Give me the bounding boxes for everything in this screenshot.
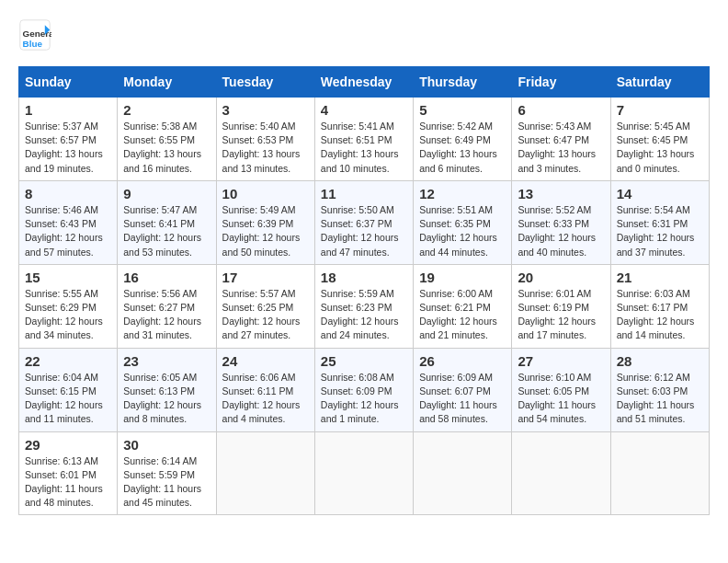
calendar-cell: 9Sunrise: 5:47 AMSunset: 6:41 PMDaylight… bbox=[118, 180, 216, 264]
day-info: Sunrise: 6:06 AMSunset: 6:11 PMDaylight:… bbox=[222, 371, 309, 427]
daylight-hours: Daylight: 12 hours and 14 minutes. bbox=[617, 315, 703, 342]
calendar-week-row: 29Sunrise: 6:13 AMSunset: 6:01 PMDayligh… bbox=[19, 431, 710, 515]
sunset-info: Sunset: 6:23 PM bbox=[321, 301, 407, 315]
calendar-cell: 20Sunrise: 6:01 AMSunset: 6:19 PMDayligh… bbox=[512, 264, 610, 348]
calendar-cell: 28Sunrise: 6:12 AMSunset: 6:03 PMDayligh… bbox=[610, 348, 709, 431]
sunset-info: Sunset: 6:57 PM bbox=[25, 133, 111, 147]
day-number: 14 bbox=[617, 186, 703, 201]
daylight-hours: Daylight: 12 hours and 11 minutes. bbox=[25, 398, 111, 426]
calendar-cell bbox=[610, 431, 709, 515]
sunrise-info: Sunrise: 5:59 AM bbox=[321, 287, 407, 301]
daylight-hours: Daylight: 11 hours and 54 minutes. bbox=[518, 398, 604, 426]
daylight-hours: Daylight: 12 hours and 1 minute. bbox=[321, 398, 407, 426]
calendar-cell: 4Sunrise: 5:41 AMSunset: 6:51 PMDaylight… bbox=[314, 98, 413, 181]
day-of-week-header: Thursday bbox=[414, 67, 512, 98]
day-info: Sunrise: 5:43 AMSunset: 6:47 PMDaylight:… bbox=[518, 120, 604, 176]
sunset-info: Sunset: 6:19 PM bbox=[518, 301, 604, 315]
day-info: Sunrise: 5:49 AMSunset: 6:39 PMDaylight:… bbox=[222, 203, 309, 259]
sunset-info: Sunset: 6:29 PM bbox=[25, 301, 111, 315]
day-info: Sunrise: 5:57 AMSunset: 6:25 PMDaylight:… bbox=[222, 287, 309, 343]
calendar-cell: 1Sunrise: 5:37 AMSunset: 6:57 PMDaylight… bbox=[19, 98, 118, 181]
sunrise-info: Sunrise: 5:42 AM bbox=[419, 120, 506, 133]
daylight-hours: Daylight: 12 hours and 37 minutes. bbox=[617, 231, 703, 259]
daylight-hours: Daylight: 13 hours and 16 minutes. bbox=[123, 147, 210, 175]
logo-icon: General Blue bbox=[18, 18, 51, 52]
day-number: 29 bbox=[25, 437, 111, 453]
sunrise-info: Sunrise: 5:56 AM bbox=[123, 287, 210, 301]
sunrise-info: Sunrise: 5:45 AM bbox=[617, 120, 703, 133]
sunset-info: Sunset: 6:21 PM bbox=[419, 301, 506, 315]
sunset-info: Sunset: 6:55 PM bbox=[123, 133, 210, 147]
daylight-hours: Daylight: 12 hours and 27 minutes. bbox=[222, 315, 309, 342]
calendar-week-row: 8Sunrise: 5:46 AMSunset: 6:43 PMDaylight… bbox=[19, 180, 710, 264]
sunrise-info: Sunrise: 5:37 AM bbox=[25, 120, 111, 133]
day-number: 6 bbox=[518, 102, 604, 118]
sunset-info: Sunset: 6:27 PM bbox=[123, 301, 210, 315]
day-info: Sunrise: 5:40 AMSunset: 6:53 PMDaylight:… bbox=[222, 120, 309, 176]
sunset-info: Sunset: 6:35 PM bbox=[419, 217, 506, 231]
calendar-cell: 22Sunrise: 6:04 AMSunset: 6:15 PMDayligh… bbox=[19, 348, 118, 431]
day-info: Sunrise: 5:37 AMSunset: 6:57 PMDaylight:… bbox=[25, 120, 111, 176]
day-number: 23 bbox=[123, 353, 210, 369]
day-number: 21 bbox=[617, 270, 703, 285]
sunrise-info: Sunrise: 6:14 AM bbox=[123, 454, 210, 468]
day-of-week-header: Saturday bbox=[610, 67, 709, 98]
daylight-hours: Daylight: 12 hours and 40 minutes. bbox=[518, 231, 604, 259]
calendar-cell: 24Sunrise: 6:06 AMSunset: 6:11 PMDayligh… bbox=[216, 348, 314, 431]
sunset-info: Sunset: 6:09 PM bbox=[321, 385, 407, 398]
day-number: 19 bbox=[419, 270, 506, 285]
calendar-week-row: 1Sunrise: 5:37 AMSunset: 6:57 PMDaylight… bbox=[19, 98, 710, 181]
calendar-cell: 12Sunrise: 5:51 AMSunset: 6:35 PMDayligh… bbox=[414, 180, 512, 264]
day-number: 13 bbox=[518, 186, 604, 201]
daylight-hours: Daylight: 12 hours and 57 minutes. bbox=[25, 231, 111, 259]
day-number: 25 bbox=[321, 353, 407, 369]
day-info: Sunrise: 5:47 AMSunset: 6:41 PMDaylight:… bbox=[123, 203, 210, 259]
calendar-cell: 7Sunrise: 5:45 AMSunset: 6:45 PMDaylight… bbox=[610, 98, 709, 181]
day-number: 20 bbox=[518, 270, 604, 285]
calendar-cell bbox=[314, 431, 413, 515]
day-info: Sunrise: 6:14 AMSunset: 5:59 PMDaylight:… bbox=[123, 454, 210, 511]
day-info: Sunrise: 6:03 AMSunset: 6:17 PMDaylight:… bbox=[617, 287, 703, 343]
calendar-cell: 14Sunrise: 5:54 AMSunset: 6:31 PMDayligh… bbox=[610, 180, 709, 264]
day-info: Sunrise: 5:51 AMSunset: 6:35 PMDaylight:… bbox=[419, 203, 506, 259]
daylight-hours: Daylight: 12 hours and 34 minutes. bbox=[25, 315, 111, 342]
day-number: 11 bbox=[321, 186, 407, 201]
calendar-cell: 13Sunrise: 5:52 AMSunset: 6:33 PMDayligh… bbox=[512, 180, 610, 264]
day-number: 9 bbox=[123, 186, 210, 201]
sunrise-info: Sunrise: 5:43 AM bbox=[518, 120, 604, 133]
page-header: General Blue bbox=[18, 18, 710, 52]
daylight-hours: Daylight: 12 hours and 17 minutes. bbox=[518, 315, 604, 342]
day-info: Sunrise: 6:13 AMSunset: 6:01 PMDaylight:… bbox=[25, 454, 111, 511]
day-info: Sunrise: 5:50 AMSunset: 6:37 PMDaylight:… bbox=[321, 203, 407, 259]
day-of-week-header: Friday bbox=[512, 67, 610, 98]
day-of-week-header: Tuesday bbox=[216, 67, 314, 98]
day-number: 26 bbox=[419, 353, 506, 369]
sunrise-info: Sunrise: 5:40 AM bbox=[222, 120, 309, 133]
day-number: 1 bbox=[25, 102, 111, 118]
sunset-info: Sunset: 6:03 PM bbox=[617, 385, 703, 398]
daylight-hours: Daylight: 13 hours and 10 minutes. bbox=[321, 147, 407, 175]
day-info: Sunrise: 6:05 AMSunset: 6:13 PMDaylight:… bbox=[123, 371, 210, 427]
sunset-info: Sunset: 6:45 PM bbox=[617, 133, 703, 147]
calendar-cell bbox=[414, 431, 512, 515]
sunrise-info: Sunrise: 5:51 AM bbox=[419, 203, 506, 217]
day-info: Sunrise: 6:09 AMSunset: 6:07 PMDaylight:… bbox=[419, 371, 506, 427]
daylight-hours: Daylight: 11 hours and 58 minutes. bbox=[419, 398, 506, 426]
calendar-cell: 21Sunrise: 6:03 AMSunset: 6:17 PMDayligh… bbox=[610, 264, 709, 348]
day-of-week-header: Monday bbox=[118, 67, 216, 98]
sunset-info: Sunset: 6:01 PM bbox=[25, 468, 111, 482]
day-number: 24 bbox=[222, 353, 309, 369]
sunset-info: Sunset: 6:49 PM bbox=[419, 133, 506, 147]
sunrise-info: Sunrise: 5:57 AM bbox=[222, 287, 309, 301]
day-of-week-header: Wednesday bbox=[314, 67, 413, 98]
calendar-cell: 23Sunrise: 6:05 AMSunset: 6:13 PMDayligh… bbox=[118, 348, 216, 431]
day-number: 3 bbox=[222, 102, 309, 118]
day-info: Sunrise: 5:56 AMSunset: 6:27 PMDaylight:… bbox=[123, 287, 210, 343]
calendar-cell: 10Sunrise: 5:49 AMSunset: 6:39 PMDayligh… bbox=[216, 180, 314, 264]
day-number: 4 bbox=[321, 102, 407, 118]
sunrise-info: Sunrise: 5:55 AM bbox=[25, 287, 111, 301]
day-number: 18 bbox=[321, 270, 407, 285]
daylight-hours: Daylight: 12 hours and 21 minutes. bbox=[419, 315, 506, 342]
sunset-info: Sunset: 6:33 PM bbox=[518, 217, 604, 231]
calendar-cell: 25Sunrise: 6:08 AMSunset: 6:09 PMDayligh… bbox=[314, 348, 413, 431]
